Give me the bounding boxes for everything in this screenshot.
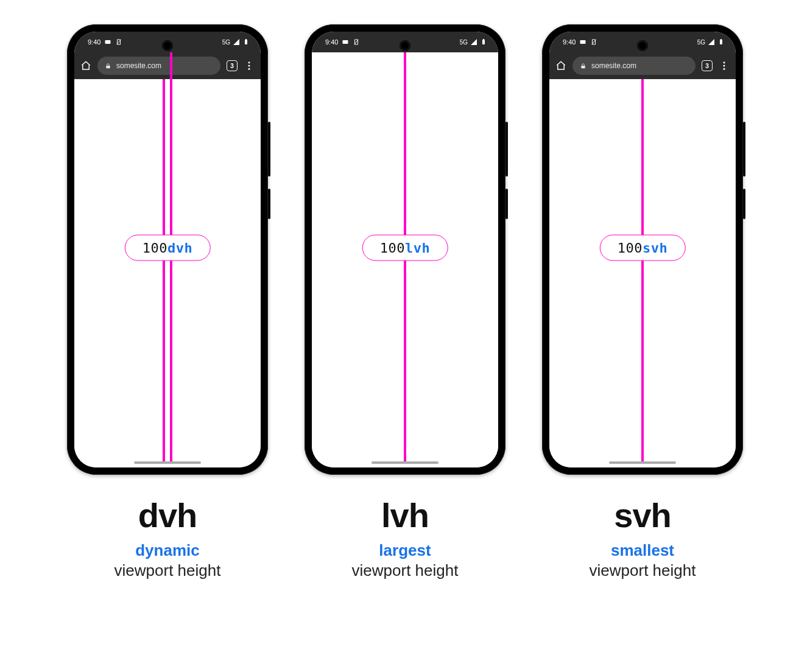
- pill-unit: svh: [643, 240, 667, 256]
- svg-point-4: [248, 61, 250, 63]
- url-text: somesite.com: [591, 61, 636, 70]
- camera-punch-hole: [400, 40, 410, 51]
- pill-number: 100: [618, 240, 643, 256]
- tab-count[interactable]: 3: [227, 60, 238, 71]
- phone-frame: 9:40 5G: [542, 24, 743, 475]
- phone-frame: 9:40 5G: [305, 24, 505, 475]
- striked-icon: [353, 38, 360, 46]
- phone-frame: 9:40 5G: [67, 24, 268, 475]
- url-bar[interactable]: somesite.com: [97, 57, 220, 75]
- pill-unit: lvh: [405, 240, 430, 256]
- caption-sub: viewport height: [114, 561, 221, 580]
- svg-rect-13: [581, 66, 585, 68]
- card-icon: [342, 38, 349, 46]
- gesture-bar: [609, 461, 676, 464]
- caption-title: lvh: [352, 495, 459, 535]
- phone-screen: 9:40 5G: [549, 32, 736, 467]
- caption: lvh largest viewport height: [352, 495, 459, 580]
- unit-pill: 100svh: [600, 235, 686, 261]
- svg-rect-9: [483, 39, 484, 40]
- striked-icon: [590, 38, 597, 46]
- home-icon[interactable]: [80, 60, 91, 71]
- caption-blue: dynamic: [114, 541, 221, 560]
- gesture-bar: [372, 461, 438, 464]
- caption-sub: viewport height: [590, 561, 696, 580]
- status-right: 5G: [460, 38, 487, 46]
- status-left: 9:40: [563, 38, 597, 46]
- battery-icon: [480, 38, 487, 46]
- svg-rect-2: [245, 39, 247, 40]
- caption: svh smallest viewport height: [590, 495, 696, 580]
- unit-pill: 100lvh: [362, 235, 448, 261]
- card-icon: [104, 38, 111, 46]
- home-icon[interactable]: [555, 60, 566, 71]
- phone-column: 9:40 5G: [305, 24, 505, 580]
- browser-toolbar: somesite.com 3: [549, 52, 736, 79]
- caption-title: svh: [590, 495, 696, 535]
- phone-column: 9:40 5G: [542, 24, 743, 580]
- svg-point-6: [248, 68, 250, 70]
- camera-punch-hole: [637, 40, 648, 51]
- signal-icon: [233, 38, 240, 46]
- more-icon[interactable]: [719, 60, 730, 71]
- svg-point-5: [248, 65, 250, 67]
- pill-number: 100: [380, 240, 405, 256]
- url-text: somesite.com: [116, 61, 161, 70]
- status-time: 9:40: [88, 38, 100, 46]
- phone-screen: 9:40 5G: [74, 32, 261, 467]
- gesture-bar: [134, 461, 201, 464]
- signal-icon: [708, 38, 715, 46]
- svg-rect-8: [482, 40, 485, 44]
- status-left: 9:40: [325, 38, 360, 46]
- svg-rect-11: [720, 40, 722, 44]
- url-bar[interactable]: somesite.com: [572, 57, 696, 75]
- caption-title: dvh: [114, 495, 221, 535]
- caption: dvh dynamic viewport height: [114, 495, 221, 580]
- caption-sub: viewport height: [352, 561, 459, 580]
- tab-count[interactable]: 3: [702, 60, 713, 71]
- browser-toolbar: somesite.com 3: [74, 52, 261, 79]
- unit-pill: 100dvh: [125, 235, 211, 261]
- svg-rect-12: [720, 39, 722, 40]
- lock-icon: [580, 63, 586, 69]
- measure-line: [641, 79, 644, 461]
- page-viewport: [74, 79, 261, 467]
- svg-point-14: [724, 61, 725, 63]
- caption-blue: smallest: [590, 541, 696, 560]
- status-network: 5G: [222, 39, 230, 46]
- svg-point-15: [724, 65, 725, 67]
- status-right: 5G: [697, 38, 725, 46]
- status-left: 9:40: [88, 38, 122, 46]
- status-right: 5G: [222, 38, 250, 46]
- camera-punch-hole: [162, 40, 173, 51]
- more-icon[interactable]: [244, 60, 255, 71]
- status-time: 9:40: [325, 38, 338, 46]
- phone-screen: 9:40 5G: [312, 32, 498, 467]
- pill-unit: dvh: [167, 240, 192, 256]
- striked-icon: [115, 38, 122, 46]
- signal-icon: [470, 38, 477, 46]
- card-icon: [579, 38, 586, 46]
- lock-icon: [105, 63, 111, 69]
- measure-line: [163, 79, 165, 461]
- svg-rect-1: [245, 40, 247, 44]
- battery-icon: [242, 38, 250, 46]
- svg-rect-0: [105, 40, 111, 44]
- status-time: 9:40: [563, 38, 576, 46]
- svg-rect-7: [343, 40, 348, 44]
- battery-icon: [717, 38, 725, 46]
- status-network: 5G: [697, 39, 705, 46]
- phone-column: 9:40 5G: [67, 24, 268, 580]
- svg-rect-3: [106, 66, 110, 68]
- svg-rect-10: [580, 40, 586, 44]
- svg-point-16: [724, 68, 725, 70]
- caption-blue: largest: [352, 541, 459, 560]
- status-network: 5G: [460, 39, 468, 46]
- pill-number: 100: [143, 240, 167, 256]
